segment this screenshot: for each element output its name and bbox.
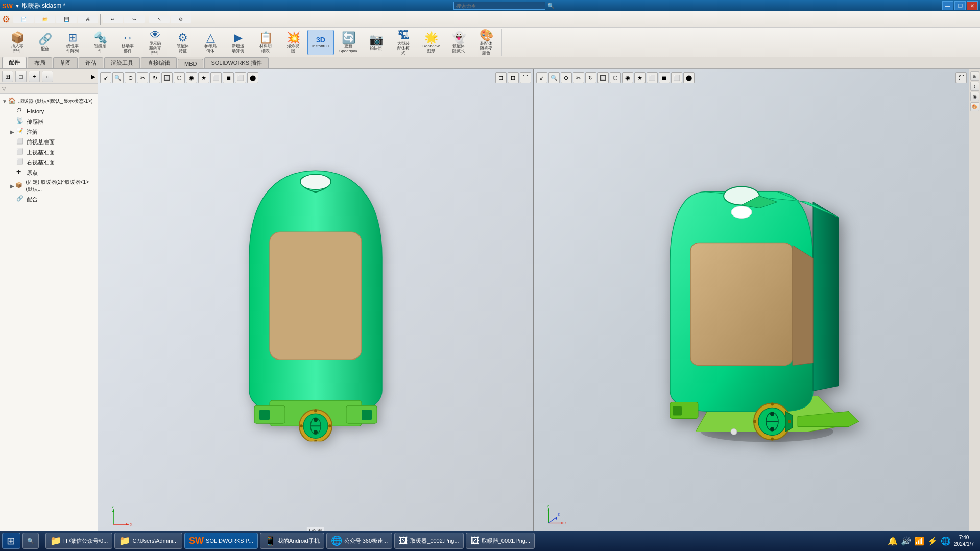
- undo-button[interactable]: ↩: [103, 15, 123, 23]
- taskbar-folder1[interactable]: 📁 H:\微信公众号\0...: [45, 533, 112, 549]
- tab-caotu[interactable]: 草图: [53, 57, 78, 68]
- app-menu-arrow[interactable]: ▼: [15, 3, 20, 9]
- vp-r-shadow-btn[interactable]: ◼: [659, 72, 670, 83]
- vp-frame-btn[interactable]: 🔲: [161, 72, 173, 83]
- ref-geometry-button[interactable]: △ 参考几何体: [197, 30, 224, 55]
- search-taskbar-btn[interactable]: 🔍: [22, 533, 39, 549]
- assembly-feature-button[interactable]: ⚙ 装配体特征: [170, 30, 196, 55]
- vp-r-frame-btn[interactable]: 🔲: [597, 72, 609, 83]
- insert-part-button[interactable]: 📦 插入零部件: [4, 30, 31, 55]
- panel-display-btn[interactable]: ○: [42, 71, 53, 82]
- vp-r-section-btn[interactable]: ✂: [573, 72, 584, 83]
- panel-config-btn[interactable]: +: [29, 71, 40, 82]
- panel-expand-btn[interactable]: ▶: [91, 73, 95, 80]
- vp-orient-btn[interactable]: ↙: [100, 72, 111, 83]
- close-button[interactable]: ✕: [967, 1, 978, 10]
- expand-arrow4[interactable]: ▶: [10, 129, 16, 135]
- tab-zhijie[interactable]: 直接编辑: [141, 57, 177, 68]
- bom-button[interactable]: 📋 材料明细表: [252, 30, 279, 55]
- tree-item-mate[interactable]: 🔗 配合: [8, 194, 98, 204]
- tree-item-sensor[interactable]: 📡 传感器: [8, 116, 98, 127]
- explode-view-button[interactable]: 💥 爆炸视图: [280, 30, 306, 55]
- search-icon[interactable]: 🔍: [547, 3, 555, 9]
- vp-r-bg-btn[interactable]: ⬜: [647, 72, 658, 83]
- save-button[interactable]: 💾: [56, 15, 77, 23]
- vp-r-light-btn[interactable]: ★: [634, 72, 646, 83]
- rs-btn1[interactable]: ⊞: [970, 71, 979, 81]
- viewport-left[interactable]: ↙ 🔍 ⊖ ✂ ↻ 🔲 ⬡ ◉ ★ ⬜ ◼ ⬜ ⬤ ⊟ ⊞ ⛶: [98, 69, 534, 540]
- vp-floor-btn[interactable]: ⬜: [235, 72, 246, 83]
- vp-r-max-btn[interactable]: ⛶: [955, 72, 967, 83]
- system-clock[interactable]: 7:40 2024/1/7: [954, 534, 974, 547]
- rs-btn3[interactable]: ◉: [970, 92, 979, 101]
- vp-r-ambient-btn[interactable]: ⬤: [683, 72, 695, 83]
- vp-split-v-btn[interactable]: ⊞: [508, 72, 519, 83]
- rs-btn4[interactable]: 🎨: [970, 102, 979, 111]
- smart-fastener-button[interactable]: 🔩 智能扣件: [87, 30, 113, 55]
- tree-item-notes[interactable]: ▶ 📝 注解: [8, 127, 98, 137]
- vp-light-btn[interactable]: ★: [198, 72, 209, 83]
- vp-r-floor-btn[interactable]: ⬜: [671, 72, 682, 83]
- realview-button[interactable]: 🌟 RealView图形: [418, 30, 444, 55]
- vp-r-zoom-btn[interactable]: 🔍: [548, 72, 560, 83]
- taskbar-android[interactable]: 📱 我的Android手机: [260, 533, 324, 549]
- move-component-button[interactable]: ↔ 移动零部件: [114, 30, 141, 55]
- large-assembly-button[interactable]: 🏗 大型装配体模式: [390, 30, 417, 55]
- mate-button[interactable]: 🔗 配合: [32, 30, 58, 55]
- tray-icon3[interactable]: 📶: [914, 536, 924, 546]
- new-button[interactable]: 📄: [13, 15, 34, 23]
- vp-wireframe-btn[interactable]: ⬡: [174, 72, 185, 83]
- print-button[interactable]: 🖨: [78, 15, 98, 23]
- tab-peijian[interactable]: 配件: [2, 57, 27, 68]
- restore-button[interactable]: ❐: [954, 1, 966, 10]
- vp-render-btn[interactable]: ◉: [186, 72, 197, 83]
- panel-property-btn[interactable]: □: [15, 71, 27, 82]
- redo-button[interactable]: ↪: [124, 15, 145, 23]
- vp-section-btn[interactable]: ✂: [137, 72, 148, 83]
- expand-arrow[interactable]: ▼: [2, 99, 8, 104]
- vp-zoom-in-btn[interactable]: 🔍: [112, 72, 124, 83]
- tray-icon2[interactable]: 🔊: [901, 536, 911, 546]
- panel-view-btn[interactable]: ⊞: [2, 71, 13, 82]
- hide-mode-button[interactable]: 👻 装配体隐藏式: [445, 30, 472, 55]
- random-color-button[interactable]: 🎨 装配体随机变颜色: [473, 30, 499, 55]
- vp-shadow-btn[interactable]: ◼: [223, 72, 234, 83]
- linear-array-button[interactable]: ⊞ 线性零件阵列: [59, 30, 86, 55]
- tree-item-right-plane[interactable]: ⬜ 右视基准面: [8, 157, 98, 167]
- tree-item-part[interactable]: ▶ 📦 (固定) 取暖器(2)^取暖器<1> (默认...: [8, 178, 98, 194]
- tab-mbd[interactable]: MBD: [178, 59, 203, 68]
- tray-icon5[interactable]: 🌐: [941, 536, 951, 546]
- tree-item-history[interactable]: ⏱ History: [8, 106, 98, 116]
- expand-arrow9[interactable]: ▶: [10, 183, 15, 189]
- taskbar-img1[interactable]: 🖼 取暖器_0002.Png...: [394, 533, 463, 549]
- tree-item-origin[interactable]: ✚ 原点: [8, 167, 98, 178]
- vp-split-h-btn[interactable]: ⊟: [495, 72, 507, 83]
- vp-rotate-btn[interactable]: ↻: [149, 72, 160, 83]
- taskbar-sw[interactable]: SW SOLIDWORKS P...: [184, 533, 258, 549]
- vp-ambient-btn[interactable]: ⬤: [247, 72, 258, 83]
- taskbar-img2[interactable]: 🖼 取暖器_0001.Png...: [466, 533, 535, 549]
- new-motion-button[interactable]: ▶ 新建运动算例: [225, 30, 251, 55]
- vp-r-render-btn[interactable]: ◉: [622, 72, 633, 83]
- snapshot-button[interactable]: 📷 拍快照: [363, 30, 389, 55]
- instant3d-button[interactable]: 3D Instant3D: [307, 30, 334, 55]
- speedpak-button[interactable]: 🔄 更新Speedpak: [335, 30, 362, 55]
- open-button[interactable]: 📂: [35, 15, 55, 23]
- vp-max-btn[interactable]: ⛶: [520, 72, 531, 83]
- tree-item-root[interactable]: ▼ 🏠 取暖器 (默认<默认_显示状态-1>): [0, 96, 98, 106]
- show-hide-button[interactable]: 👁 显示隐藏的零部件: [142, 30, 169, 55]
- tray-icon4[interactable]: ⚡: [927, 536, 938, 546]
- tab-buju[interactable]: 布局: [28, 57, 52, 68]
- command-button[interactable]: ⚙: [171, 15, 191, 23]
- select-button[interactable]: ↖: [149, 15, 170, 23]
- vp-r-rotate-btn[interactable]: ↻: [585, 72, 596, 83]
- tray-icon1[interactable]: 🔔: [888, 536, 898, 546]
- tab-xuanran[interactable]: 渲染工具: [104, 57, 140, 68]
- vp-r-orient-btn[interactable]: ↙: [536, 72, 547, 83]
- tab-plugins[interactable]: SOLIDWORKS 插件: [204, 57, 269, 68]
- viewport-right[interactable]: ↙ 🔍 ⊖ ✂ ↻ 🔲 ⬡ ◉ ★ ⬜ ◼ ⬜ ⬤ ⛶: [534, 69, 969, 540]
- taskbar-folder2[interactable]: 📁 C:\Users\Admini...: [114, 533, 182, 549]
- vp-r-wire-btn[interactable]: ⬡: [610, 72, 621, 83]
- tree-item-top-plane[interactable]: ⬜ 上视基准面: [8, 147, 98, 157]
- taskbar-browser[interactable]: 🌐 公众号·360极速...: [326, 533, 393, 549]
